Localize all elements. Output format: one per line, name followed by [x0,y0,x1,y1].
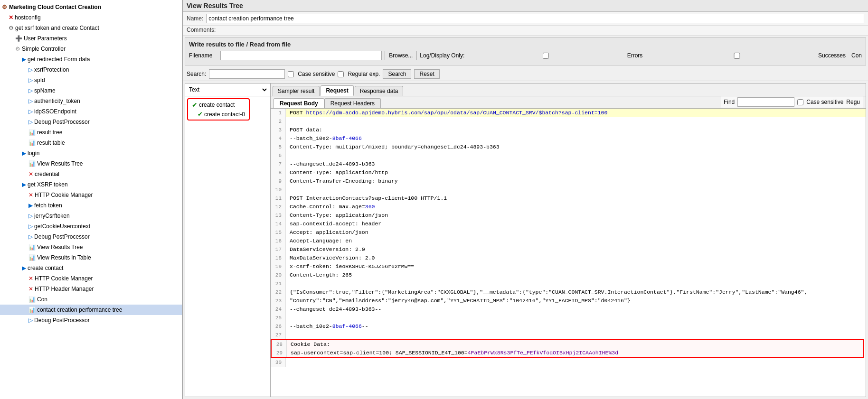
name-input[interactable] [206,14,864,23]
tree-fetch-token[interactable]: ▶ fetch token [0,200,182,211]
tree-spid[interactable]: ▷ spId [0,75,182,85]
auth-label: authenticity_token [34,97,80,105]
tab-sampler-result[interactable]: Sampler result [273,86,320,96]
http-cookie1-label: HTTP Cookie Manager [35,191,93,199]
get-xsrf-label: get xsrf token and create Contact [15,24,99,32]
tree-vrt2[interactable]: 📊 View Results Tree [0,242,182,252]
tree-http-header[interactable]: ✕ HTTP Header Manager [0,284,182,294]
code-line-1: 1 POST https://gdm-acdo.apjdemo.hybris.c… [271,109,866,117]
tree-debug-pp2[interactable]: ▷ Debug PostProcessor [0,232,182,242]
cc-perf-table-label: Con [37,295,47,304]
debug-pp3-label: Debug PostProcessor [34,316,90,325]
tree-create-contact[interactable]: ▶ create contact [0,263,182,273]
thread-icon: ⚙ [2,3,7,11]
find-label: Find [724,99,735,105]
green-check-inner-icon: ✔ [198,111,203,118]
tree-vrit[interactable]: 📊 View Results in Table [0,252,182,263]
find-input[interactable] [737,97,794,107]
results-body: ✔ create contact ✔ create contact-0 Requ… [185,96,866,397]
tree-result-tree[interactable]: 📊 result tree [0,127,182,138]
code-line-13: 13 Content-Type: application/json [271,211,866,220]
tree-simple-ctrl[interactable]: ⚙ Simple Controller [0,44,182,54]
tree-login[interactable]: ▶ login [0,148,182,158]
sampler-icon2: ▶ [22,149,26,158]
browse-button[interactable]: Browse... [385,51,417,60]
text-select[interactable]: Text XML HTML JSON Rendered [187,86,268,93]
xsrf-label: xsrfProtection [34,65,69,74]
root-label: Marketing Cloud Contact Creation [9,3,101,11]
tree-hostconfig[interactable]: ✕ hostconfig [0,12,182,23]
code-line-6: 6 [271,151,866,160]
listener-icon6: 📊 [28,295,36,304]
search-row: Search: Case sensitive Regular exp. Sear… [183,67,868,81]
errors-label: Errors [627,52,656,59]
tree-debug-pp3[interactable]: ▷ Debug PostProcessor [0,315,182,325]
code-area[interactable]: 1 POST https://gdm-acdo.apjdemo.hybris.c… [271,109,866,397]
search-input[interactable] [209,69,285,79]
search-label: Search: [187,71,206,77]
result-table-label: result table [37,139,65,147]
successes-checkbox[interactable] [659,53,815,59]
vrt1-label: View Results Tree [37,159,83,168]
sampler-icon4: ▶ [28,201,33,210]
tree-user-params[interactable]: ➕ User Parameters [0,33,182,44]
regex-label: Regular exp. [348,71,380,77]
close-icon: ✕ [9,13,13,22]
comments-row: Comments: [183,26,868,36]
text-dropdown[interactable]: Text XML HTML JSON Rendered [185,84,271,96]
tree-debug-pp1[interactable]: ▷ Debug PostProcessor [0,117,182,127]
case-sensitive-checkbox[interactable] [288,71,294,77]
reset-button[interactable]: Reset [414,69,439,79]
case-sensitive-label: Case sensitive [298,71,335,77]
tree-cc-perf-table[interactable]: 📊 Con [0,294,182,305]
code-line-25: 25 [271,314,866,322]
code-case-sensitive-checkbox[interactable] [797,99,803,105]
code-line-23: 23 "Country":"CN","EmailAddress":"jerry4… [271,297,866,305]
fetch-token-label: fetch token [34,201,62,210]
tree-credential[interactable]: ✕ credential [0,169,182,179]
tree-spname[interactable]: ▷ spName [0,85,182,96]
extract-icon4: ▷ [28,97,33,105]
gear-icon: ⚙ [9,24,14,32]
tree-idp-sso[interactable]: ▷ idpSSOEndpoint [0,106,182,117]
write-results-section: Write results to file / Read from file F… [185,37,866,65]
tree-get-cookie[interactable]: ▷ getCookieUsercontext [0,221,182,232]
tree-get-xsrf-token[interactable]: ▶ get XSRF token [0,179,182,190]
tree-vrt1[interactable]: 📊 View Results Tree [0,158,182,169]
filename-input[interactable] [220,51,382,60]
tab-response-data[interactable]: Response data [355,86,404,96]
debug-icon3: ▷ [28,316,33,325]
result-create-contact[interactable]: ✔ create contact [190,100,247,110]
tree-result-table[interactable]: 📊 result table [0,138,182,148]
sampler-icon3: ▶ [22,180,26,189]
code-line-11: 11 POST InteractionContacts?sap-client=1… [271,194,866,203]
root-item[interactable]: ⚙ Marketing Cloud Contact Creation [0,2,182,12]
tab-request-body[interactable]: Request Body [274,98,324,108]
tree-http-cookie1[interactable]: ✕ HTTP Cookie Manager [0,190,182,200]
tab-request-headers[interactable]: Request Headers [324,98,381,108]
results-header: Text XML HTML JSON Rendered Sampler resu… [185,84,866,96]
tree-xsrf[interactable]: ▷ xsrfProtection [0,65,182,75]
tree-get-redir[interactable]: ▶ get redirected Form data [0,54,182,65]
tree-get-xsrf[interactable]: ⚙ get xsrf token and create Contact [0,23,182,33]
filename-label: Filename [189,52,217,59]
code-line-30: 30 [271,358,866,367]
search-button[interactable]: Search [383,69,411,79]
tree-auth-token[interactable]: ▷ authenticity_token [0,96,182,106]
result-create-contact-0[interactable]: ✔ create contact-0 [190,110,247,119]
extract-icon3: ▷ [28,86,33,95]
tab-request[interactable]: Request [321,85,353,96]
jerry-csrf-label: jerryCsrftoken [34,212,70,220]
errors-checkbox[interactable] [467,53,624,59]
regex-checkbox[interactable] [338,71,344,77]
listener-icon7: 📊 [28,306,36,314]
code-line-26: 26 --batch_10e2-8baf-4066-- [271,322,866,331]
tree-jerry-csrf[interactable]: ▷ jerryCsrftoken [0,211,182,221]
code-line-7: 7 --changeset_dc24-4893-b363 [271,160,866,168]
tree-http-cookie2[interactable]: ✕ HTTP Cookie Manager [0,273,182,284]
tree-cc-perf-tree[interactable]: 📊 contact creation performance tree [0,305,182,315]
credential-label: credential [35,170,59,178]
name-label: Name: [187,15,203,22]
name-row: Name: [183,12,868,26]
code-line-20: 20 Content-Length: 265 [271,271,866,279]
